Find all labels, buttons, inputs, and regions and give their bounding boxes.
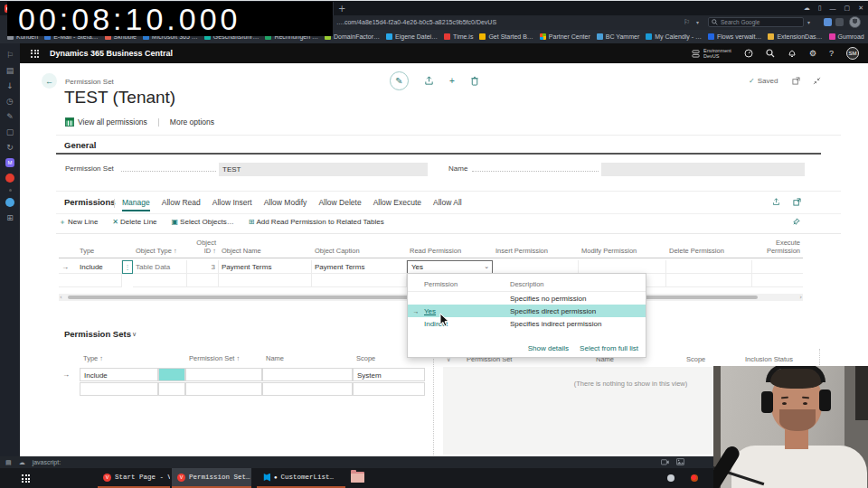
bookmark-item[interactable]: Time.is xyxy=(444,33,473,40)
delete-trash-icon[interactable] xyxy=(470,76,479,86)
header-cell[interactable]: Type xyxy=(77,237,122,258)
share-icon[interactable] xyxy=(424,76,434,86)
app-title[interactable]: Dynamics 365 Business Central xyxy=(50,49,173,58)
show-details-link[interactable]: Show details xyxy=(528,344,569,352)
popout-icon[interactable] xyxy=(792,77,800,85)
help-icon[interactable]: ? xyxy=(829,49,834,58)
image-tiling-icon[interactable] xyxy=(676,458,684,465)
delete-line-button[interactable]: ✕Delete Line xyxy=(112,218,156,226)
execute-permission-cell[interactable] xyxy=(752,260,803,274)
bookmark-item[interactable]: My Calendly - … xyxy=(646,33,702,40)
scroll-right-icon[interactable]: › xyxy=(799,294,802,301)
permission-set-cell[interactable] xyxy=(185,368,262,381)
permissions-section-heading[interactable]: Permissions xyxy=(64,197,116,207)
address-url[interactable]: ….com/4a8e15d4-f2a0-4e26-b0c5-a8215c9b5f… xyxy=(336,19,496,25)
app-launcher-icon[interactable] xyxy=(31,50,39,58)
insert-permission-cell[interactable] xyxy=(493,260,579,274)
header-cell[interactable]: Delete Permission xyxy=(666,237,752,258)
browser-profile-avatar[interactable] xyxy=(849,16,861,28)
chevron-down-icon[interactable]: ▾ xyxy=(696,19,699,25)
bookmark-item[interactable]: BC Yammer xyxy=(597,33,639,40)
row-menu-icon[interactable]: ⋮ xyxy=(122,260,133,274)
delete-permission-cell[interactable] xyxy=(666,260,752,274)
panel-toggle-icon[interactable]: ▤ xyxy=(5,459,12,466)
extension-icon[interactable] xyxy=(835,18,844,26)
permission-sets-heading[interactable]: Permission Sets xyxy=(64,329,131,339)
header-cell[interactable]: Inclusion Status xyxy=(741,354,818,364)
general-section-heading[interactable]: General xyxy=(64,140,96,150)
sync-cloud-icon[interactable]: ☁ xyxy=(804,5,810,12)
history-icon[interactable]: ◷ xyxy=(6,97,14,106)
new-plus-button[interactable]: + xyxy=(449,76,455,86)
minimize-button[interactable]: — xyxy=(830,5,836,12)
tab-allow-all[interactable]: Allow All xyxy=(433,198,462,211)
insights-icon[interactable] xyxy=(744,49,753,58)
edit-pencil-button[interactable]: ✎ xyxy=(390,71,409,90)
web-panel-icon[interactable] xyxy=(5,174,14,183)
object-caption-cell[interactable]: Payment Terms xyxy=(312,260,407,274)
more-options-button[interactable]: More options xyxy=(170,117,214,127)
web-panel-icon[interactable]: M xyxy=(5,158,14,167)
bookmark-item[interactable]: ExtensionDas… xyxy=(768,33,822,40)
chevron-down-icon[interactable]: ∨ xyxy=(132,331,137,338)
web-panel-icon[interactable] xyxy=(5,198,14,207)
tab-allow-insert[interactable]: Allow Insert xyxy=(212,198,252,211)
pin-icon[interactable] xyxy=(792,218,800,226)
tray-recording-icon[interactable] xyxy=(691,474,698,482)
reading-list-icon[interactable]: ▤ xyxy=(6,66,14,75)
header-cell[interactable]: Read Permission xyxy=(407,237,493,258)
header-cell[interactable]: Object ID ↑ xyxy=(187,237,219,258)
focused-cell[interactable] xyxy=(158,368,185,381)
bookmark-item[interactable]: Partner Center xyxy=(540,33,590,40)
close-button[interactable]: ✕ xyxy=(858,5,863,12)
header-cell[interactable]: Modify Permission xyxy=(579,237,666,258)
taskbar-app-vscode[interactable]: ● CustomerList… xyxy=(257,468,345,488)
new-line-button[interactable]: ＋New Line xyxy=(59,217,98,227)
type-cell[interactable]: Include xyxy=(80,368,158,381)
search-input[interactable]: Search Google xyxy=(708,17,804,27)
capture-camera-icon[interactable] xyxy=(661,458,669,465)
search-icon[interactable] xyxy=(766,49,775,58)
select-from-full-list-link[interactable]: Select from full list xyxy=(580,344,638,352)
add-read-permission-button[interactable]: ⊞Add Read Permission to Related Tables xyxy=(249,218,384,226)
bookmarks-panel-icon[interactable]: ⚐ xyxy=(6,51,14,60)
permission-sets-row[interactable] xyxy=(59,382,425,396)
view-all-permissions-button[interactable]: View all permissions xyxy=(65,117,147,127)
modify-permission-cell[interactable] xyxy=(579,260,666,274)
collapse-arrows-icon[interactable] xyxy=(813,77,821,85)
tab-manage[interactable]: Manage xyxy=(122,198,150,211)
object-type-cell[interactable]: Table Data xyxy=(133,260,187,274)
name-field-input[interactable] xyxy=(601,163,805,176)
taskbar-app-vivaldi-start[interactable]: V Start Page - V… xyxy=(98,468,170,488)
header-cell[interactable]: Type ↑ xyxy=(80,352,158,364)
scope-cell[interactable]: System xyxy=(353,368,425,381)
tab-allow-read[interactable]: Allow Read xyxy=(162,198,201,211)
start-button[interactable] xyxy=(22,474,30,483)
taskbar-folder-icon[interactable] xyxy=(351,472,364,483)
breadcrumb[interactable]: Permission Set xyxy=(65,78,114,86)
windows-panel-icon[interactable]: ▢ xyxy=(6,127,14,136)
bookmark-item[interactable]: Flows verwalt… xyxy=(708,33,761,40)
dropdown-option[interactable]: Specifies no permission xyxy=(408,292,646,305)
bookmark-item[interactable]: Eigene Datei… xyxy=(386,33,438,40)
header-cell[interactable]: Permission Set ↑ xyxy=(185,352,262,364)
maximize-button[interactable]: ▢ xyxy=(844,5,851,12)
taskbar-app-vivaldi-permission-set[interactable]: V Permission Set… xyxy=(172,468,251,488)
chevron-down-icon[interactable]: ▾ xyxy=(807,19,810,25)
header-cell[interactable]: Object Caption xyxy=(312,237,407,258)
tab-allow-modify[interactable]: Allow Modify xyxy=(264,198,307,211)
tray-icon[interactable] xyxy=(667,474,675,482)
select-objects-button[interactable]: ▣Select Objects… xyxy=(172,218,234,226)
back-button[interactable]: ← xyxy=(42,73,57,89)
downloads-icon[interactable]: ↓ xyxy=(6,81,14,90)
read-permission-combobox[interactable]: Yes ⌄ xyxy=(407,260,493,274)
permission-set-field-input[interactable]: TEST xyxy=(219,163,428,176)
object-id-cell[interactable]: 3 xyxy=(187,260,219,274)
header-cell[interactable]: Name xyxy=(262,352,353,364)
permission-sets-row[interactable]: → Include System xyxy=(59,368,425,381)
share-icon[interactable] xyxy=(772,198,780,206)
tab-allow-delete[interactable]: Allow Delete xyxy=(318,198,361,211)
name-cell[interactable] xyxy=(262,368,353,381)
header-cell[interactable]: Execute Permission xyxy=(752,237,803,258)
cloud-icon[interactable]: ☁ xyxy=(19,459,25,466)
